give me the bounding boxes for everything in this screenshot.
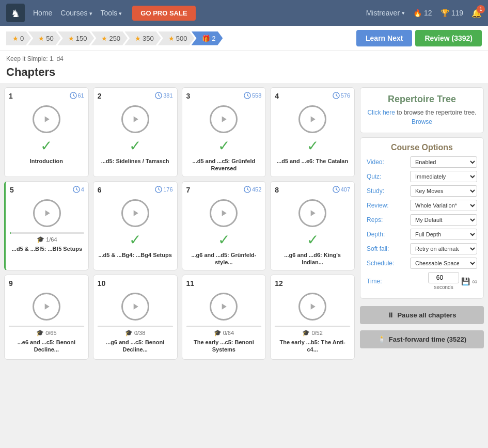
progress-step-350[interactable]: ★ 350 <box>124 31 161 45</box>
svg-marker-5 <box>45 116 50 122</box>
chapter-header-10: 10 <box>98 279 173 287</box>
play-button-10[interactable] <box>121 293 149 321</box>
progress-step-150[interactable]: ★ 150 <box>58 31 95 45</box>
svg-marker-34 <box>45 303 50 310</box>
time-input[interactable] <box>428 272 459 283</box>
play-button-4[interactable] <box>298 105 326 133</box>
option-select-reps[interactable]: My Default123 <box>410 214 477 226</box>
repertoire-tree-card: Repertoire Tree Click here to browse the… <box>360 87 484 133</box>
go-pro-button[interactable]: GO PRO SALE <box>132 6 195 21</box>
play-button-1[interactable] <box>33 105 60 133</box>
check-mark-8: ✓ <box>307 231 319 248</box>
browse-link[interactable]: Browse <box>412 118 432 125</box>
progress-step-50[interactable]: ★ 50 <box>28 31 60 45</box>
chapter-card-2[interactable]: 2381✓...d5: Sidelines / Tarrasch <box>93 87 178 177</box>
option-row-schedule: Schedule:Chessable SpacedCustomNone <box>367 258 477 269</box>
chapter-clock-7: 452 <box>244 186 261 193</box>
chapter-card-5[interactable]: 54🎓 1/64...d5 & ...Bf5: ...Bf5 Setups <box>4 181 89 271</box>
check-mark-1: ✓ <box>40 137 52 154</box>
option-label-softfail: Soft fail: <box>367 245 395 252</box>
nav-tools[interactable]: Tools <box>101 9 122 17</box>
chapter-card-1[interactable]: 161✓Introduction <box>4 87 89 177</box>
pause-all-chapters-button[interactable]: ⏸ Pause all chapters <box>360 306 484 324</box>
svg-line-32 <box>336 189 338 190</box>
user-menu[interactable]: Mistreaver <box>366 9 405 17</box>
nav-courses[interactable]: Courses <box>60 9 92 17</box>
chapter-header-3: 3558 <box>186 92 262 100</box>
svg-marker-29 <box>222 210 227 216</box>
repertoire-tree-title: Repertoire Tree <box>367 94 477 105</box>
chapter-card-9[interactable]: 9🎓 0/65...e6 and ...c5: Benoni Decline..… <box>4 275 89 360</box>
play-button-6[interactable] <box>121 199 149 227</box>
repertoire-tree-desc: Click here to browse the repertoire tree… <box>367 108 477 126</box>
chapter-card-11[interactable]: 11🎓 0/64The early ...c5: Benoni Systems <box>182 275 266 360</box>
chapter-title-4: ...d5 and ...e6: The Catalan <box>277 157 348 165</box>
option-row-depth: Depth:Full Depth12 <box>367 229 477 240</box>
play-button-12[interactable] <box>298 293 326 321</box>
fast-forward-button[interactable]: 🕯️ Fast-forward time (3522) <box>360 330 484 348</box>
chapter-card-3[interactable]: 3558✓...d5 and ...c5: Grünfeld Reversed <box>182 87 266 177</box>
infinity-time-button[interactable]: ∞ <box>472 277 477 285</box>
svg-marker-13 <box>222 116 227 122</box>
chapter-header-5: 54 <box>10 186 84 194</box>
sidebar: Repertoire Tree Click here to browse the… <box>360 87 484 360</box>
progress-step-gift[interactable]: 🎁 2 <box>192 31 223 45</box>
chapter-title-6: ...d5 & ...Bg4: ...Bg4 Setups <box>98 251 171 259</box>
chapter-header-11: 11 <box>186 279 262 287</box>
option-select-video[interactable]: EnabledDisabled <box>410 156 477 168</box>
play-button-11[interactable] <box>210 293 238 321</box>
site-logo[interactable]: ♞ <box>6 4 25 22</box>
review-button[interactable]: Review (3392) <box>415 30 482 46</box>
course-options-card: Course Options Video:EnabledDisabledQuiz… <box>360 137 484 299</box>
play-button-7[interactable] <box>210 199 238 227</box>
page-title: Chapters <box>0 63 488 83</box>
chapter-card-12[interactable]: 12🎓 0/52The early ...b5: The Anti-c4... <box>270 275 355 360</box>
learn-next-button[interactable]: Learn Next <box>356 30 412 46</box>
svg-marker-36 <box>222 303 227 310</box>
chapter-card-7[interactable]: 7452✓...g6 and ...d5: Grünfeld-style... <box>182 181 266 271</box>
option-select-schedule[interactable]: Chessable SpacedCustomNone <box>410 258 477 269</box>
chapter-title-5: ...d5 & ...Bf5: ...Bf5 Setups <box>12 245 82 252</box>
chapter-progress-bar-9 <box>9 326 84 327</box>
chapter-header-2: 2381 <box>98 92 173 100</box>
option-row-study: Study:Key MovesAll MovesNone <box>367 185 477 197</box>
chapter-clock-6: 176 <box>155 186 172 193</box>
save-time-button[interactable]: 💾 <box>461 277 470 285</box>
chapter-progress-label-10: 🎓 0/38 <box>125 329 145 337</box>
progress-step-250[interactable]: ★ 250 <box>91 31 128 45</box>
play-button-8[interactable] <box>298 199 326 227</box>
play-button-9[interactable] <box>33 293 60 321</box>
chapter-card-8[interactable]: 8407✓...g6 and ...d6: King's Indian... <box>270 181 355 271</box>
play-button-5[interactable] <box>33 199 61 227</box>
click-here-link[interactable]: Click here <box>368 109 395 116</box>
chapter-header-1: 161 <box>9 92 84 100</box>
option-select-softfail[interactable]: Retry on alternatesAlways retryNever <box>410 243 477 254</box>
chapter-header-9: 9 <box>9 279 84 287</box>
option-select-depth[interactable]: Full Depth12 <box>410 229 477 240</box>
svg-line-4 <box>73 95 75 97</box>
chapter-progress-bar-5 <box>10 232 84 234</box>
option-select-study[interactable]: Key MovesAll MovesNone <box>410 185 477 197</box>
fast-forward-label: Fast-forward time (3522) <box>389 335 466 343</box>
svg-line-20 <box>76 189 78 190</box>
option-select-review[interactable]: Whole Variation*This MoveNone <box>410 200 477 211</box>
svg-line-12 <box>247 95 249 97</box>
progress-step-500[interactable]: ★ 500 <box>158 31 195 45</box>
progress-bar-section: ★ 0 ★ 50 ★ 150 ★ 250 ★ 350 ★ 500 🎁 2 Lea… <box>0 26 488 51</box>
time-input-group: seconds 💾 ∞ <box>428 272 477 290</box>
chapter-card-6[interactable]: 6176✓...d5 & ...Bg4: ...Bg4 Setups <box>93 181 178 271</box>
progress-step-0[interactable]: ★ 0 <box>6 31 31 45</box>
time-row: Time: seconds 💾 ∞ <box>367 272 477 290</box>
chapter-clock-8: 407 <box>333 186 350 193</box>
play-button-2[interactable] <box>121 105 149 133</box>
notification-bell[interactable]: 🔔 1 <box>471 8 482 18</box>
option-row-review: Review:Whole Variation*This MoveNone <box>367 200 477 211</box>
chapter-title-12: The early ...b5: The Anti-c4... <box>275 339 350 354</box>
option-select-quiz[interactable]: ImmediatelyAfter videoNever <box>410 171 477 182</box>
play-button-3[interactable] <box>210 105 238 133</box>
chapter-card-4[interactable]: 4576✓...d5 and ...e6: The Catalan <box>270 87 355 177</box>
svg-marker-33 <box>311 210 316 216</box>
svg-marker-37 <box>311 303 316 310</box>
nav-home[interactable]: Home <box>33 9 52 17</box>
chapter-card-10[interactable]: 10🎓 0/38...g6 and ...c5: Benoni Decline.… <box>93 275 178 360</box>
